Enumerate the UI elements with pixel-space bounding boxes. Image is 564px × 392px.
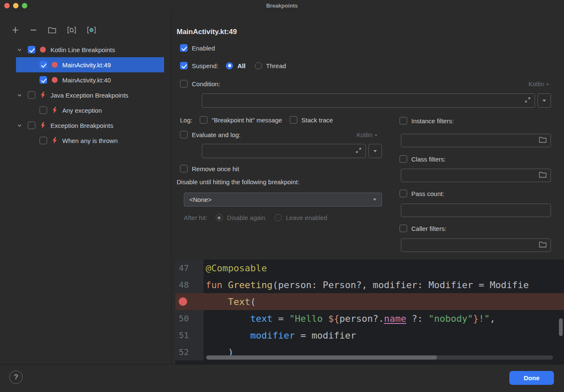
tree-checkbox[interactable] [40,76,47,84]
exception-breakpoint-icon [40,92,46,98]
evaluate-language-label: Kotlin [357,131,373,138]
instance-filters-row: Instance filters: [400,117,454,124]
remove-once-hit-row: Remove once hit [180,165,239,172]
evaluate-and-log-label: Evaluate and log: [192,131,241,138]
chevron-down-icon [546,84,549,85]
line-number[interactable]: 52 [175,344,204,360]
breakpoint-title: MainActivity.kt:49 [177,28,237,36]
remove-breakpoint-button[interactable] [29,26,38,36]
caller-filters-input[interactable] [401,238,551,252]
tree-item-row[interactable]: When any is thrown [0,133,171,148]
code-line: 47@Composable [175,260,564,276]
suspend-all-label: All [237,62,245,69]
disable-again-label: Disable again [227,214,265,221]
tree-checkbox[interactable] [40,137,47,144]
folder-icon[interactable] [539,172,547,180]
suspend-thread-radio[interactable] [255,62,262,69]
exception-breakpoint-icon [51,107,58,114]
condition-label: Condition: [192,80,220,87]
tree-checkbox[interactable] [40,106,47,114]
tree-checkbox[interactable] [28,91,35,99]
condition-row: Condition: [180,80,220,87]
tree-group-row[interactable]: Java Exception Breakpoints [0,87,171,103]
breakpoint-icon[interactable] [179,297,187,306]
enabled-label: Enabled [192,45,215,52]
line-number[interactable]: 47 [175,260,204,276]
line-number[interactable]: 51 [175,327,204,344]
breakpoint-gutter[interactable] [175,293,204,310]
breakpoint-icon [51,77,58,83]
line-number[interactable]: 48 [175,276,204,293]
help-button[interactable]: ? [9,371,23,384]
tree-group-row[interactable]: Exception Breakpoints [0,118,171,133]
remove-once-hit-label: Remove once hit [192,165,239,172]
breakpoint-hit-message-label: "Breakpoint hit" message [212,117,282,124]
stack-trace-checkbox[interactable] [290,116,297,124]
evaluate-and-log-checkbox[interactable] [180,131,188,138]
tree-item-label: Kotlin Line Breakpoints [50,46,115,53]
tree-item-label: MainActivity.kt:49 [62,61,111,69]
plus-icon [12,26,19,35]
breakpoint-details-panel: MainActivity.kt:49 Enabled Suspend: All … [177,12,564,260]
tree-checkbox[interactable] [28,122,35,129]
chevron-down-icon[interactable] [16,48,23,52]
class-filters-input[interactable] [401,169,551,182]
evaluate-input[interactable] [202,144,366,158]
tree-group-row[interactable]: Kotlin Line Breakpoints [0,42,171,57]
add-breakpoint-button[interactable] [11,26,20,36]
tree-item-label: MainActivity.kt:40 [62,77,111,84]
suspend-checkbox[interactable] [180,62,188,69]
brackets-class-icon [87,26,96,35]
tree-checkbox[interactable] [40,61,47,69]
tree-item-row[interactable]: MainActivity.kt:40 [0,72,171,87]
instance-filters-input[interactable] [401,134,551,147]
caller-filters-checkbox[interactable] [400,225,407,232]
leave-enabled-radio [275,214,282,221]
horizontal-scrollbar[interactable] [206,355,553,360]
chevron-down-icon[interactable] [16,93,23,98]
expand-icon[interactable] [524,97,531,105]
class-filters-checkbox[interactable] [400,155,407,163]
disable-until-dropdown[interactable]: <None> [184,193,382,207]
group-by-class-button[interactable] [86,26,97,36]
after-hit-row: After hit: Disable again Leave enabled [184,214,327,221]
condition-input[interactable] [202,93,535,108]
dialog-footer: ? Done [0,364,564,392]
evaluate-row: Evaluate and log: [180,131,241,138]
condition-language-label: Kotlin [528,80,544,87]
code-text: fun Greeting(person: Person?, modifier: … [204,280,564,290]
breakpoint-icon [51,62,58,68]
tree-item-label: Any exception [62,107,102,114]
breakpoint-hit-message-checkbox[interactable] [200,116,207,124]
done-button[interactable]: Done [509,371,554,385]
line-number[interactable]: 50 [175,310,204,327]
tree-item-row[interactable]: MainActivity.kt:49 [0,57,171,72]
enabled-checkbox[interactable] [180,44,188,52]
horizontal-scrollbar-thumb[interactable] [207,355,437,360]
condition-checkbox[interactable] [180,80,188,87]
sidebar-toolbar [11,26,97,36]
evaluate-history-dropdown[interactable] [368,144,382,158]
pass-count-input[interactable] [401,204,551,217]
condition-language-selector[interactable]: Kotlin [528,80,549,87]
instance-filters-checkbox[interactable] [400,117,407,124]
vertical-scrollbar-thumb[interactable] [559,318,563,336]
expand-icon[interactable] [355,147,362,155]
suspend-all-radio[interactable] [226,62,233,69]
minus-icon [30,26,37,35]
code-line: 50 text = "Hello ${person?.name ?: "nobo… [175,310,564,327]
disable-until-label: Disable until hitting the following brea… [177,178,299,185]
remove-once-hit-checkbox[interactable] [180,165,188,172]
chevron-down-icon[interactable] [16,123,23,128]
folder-icon[interactable] [539,137,547,145]
evaluate-language-selector[interactable]: Kotlin [357,131,377,138]
tree-item-row[interactable]: Any exception [0,103,171,118]
group-by-file-button[interactable] [66,26,77,36]
pass-count-checkbox[interactable] [400,190,407,197]
condition-history-dropdown[interactable] [538,93,551,108]
exception-breakpoint-icon [40,122,46,129]
chevron-down-icon [543,100,546,102]
folder-icon[interactable] [539,241,547,249]
tree-checkbox[interactable] [28,46,35,53]
group-breakpoints-button[interactable] [47,26,57,36]
